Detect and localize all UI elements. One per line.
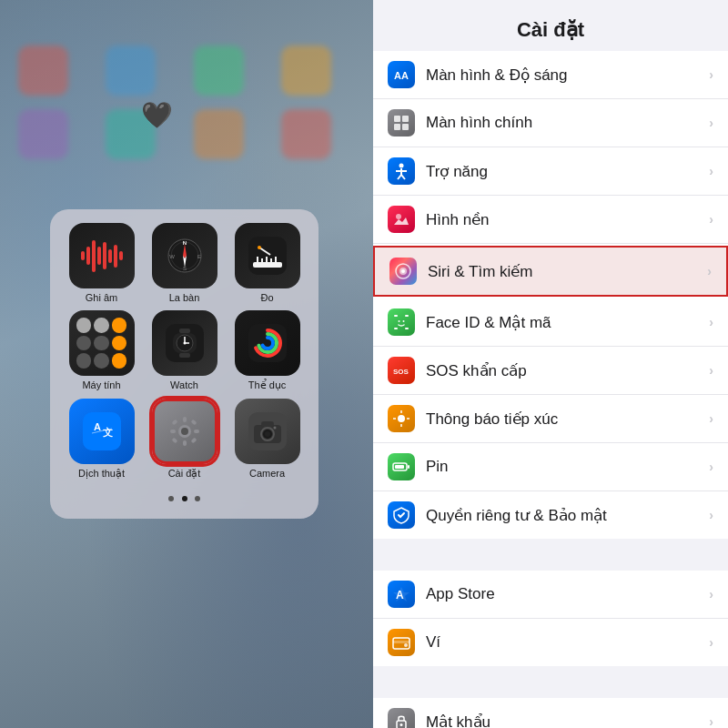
- folder-grid: Ghi âm N S W E La bàn: [64, 223, 305, 480]
- camera-label: Camera: [249, 468, 285, 479]
- passwords-label: Mật khẩu: [426, 713, 709, 729]
- passwords-icon: [388, 708, 415, 728]
- folder-dots: [64, 489, 305, 505]
- exposure-chevron: ›: [709, 411, 713, 426]
- translate-label: Dịch thuật: [78, 468, 125, 480]
- svg-rect-18: [179, 329, 190, 333]
- svg-text:AA: AA: [394, 70, 409, 81]
- dot-3: [195, 496, 200, 501]
- battery-icon: [388, 453, 415, 480]
- svg-point-84: [400, 723, 403, 726]
- left-panel: 🖤 Ghi âm: [0, 0, 373, 728]
- svg-point-82: [404, 643, 408, 647]
- svg-point-49: [273, 427, 276, 430]
- settings-row-battery[interactable]: Pin ›: [373, 443, 728, 491]
- settings-section-2: A App Store › Ví ›: [373, 571, 728, 666]
- wallpaper-label: Hình nền: [426, 210, 709, 229]
- compass-icon: N S W E: [152, 223, 217, 288]
- home-icon: [388, 109, 415, 136]
- folder-app-fitness[interactable]: Thể dục: [229, 310, 305, 391]
- settings-row-faceid[interactable]: Face ID & Mật mã ›: [373, 298, 728, 347]
- folder-app-measure[interactable]: Đo: [229, 223, 305, 303]
- svg-point-68: [399, 320, 400, 322]
- wallpaper-chevron: ›: [709, 212, 713, 227]
- wallet-chevron: ›: [709, 635, 713, 650]
- appstore-icon: A: [388, 581, 415, 608]
- sos-icon: SOS: [388, 357, 415, 384]
- privacy-label: Quyền riêng tư & Bảo mật: [426, 506, 709, 525]
- heart-emoji: 🖤: [141, 100, 173, 130]
- folder-app-calculator[interactable]: Máy tính: [64, 310, 139, 391]
- watch-label: Watch: [170, 379, 198, 390]
- settings-section-1: AA Màn hình & Độ sáng › Màn hình chính ›: [373, 51, 728, 539]
- settings-row-passwords[interactable]: Mật khẩu ›: [373, 698, 728, 728]
- svg-text:SOS: SOS: [393, 368, 410, 376]
- svg-point-34: [181, 428, 188, 435]
- svg-rect-37: [170, 430, 176, 433]
- settings-row-wallet[interactable]: Ví ›: [373, 619, 728, 666]
- fitness-icon: [235, 310, 300, 376]
- svg-point-71: [398, 415, 405, 422]
- svg-rect-41: [171, 437, 177, 443]
- settings-row-display[interactable]: AA Màn hình & Độ sáng ›: [373, 51, 728, 99]
- settings-row-wallpaper[interactable]: Hình nền ›: [373, 196, 728, 244]
- svg-point-60: [396, 214, 401, 219]
- faceid-chevron: ›: [709, 315, 713, 329]
- settings-header: Cài đặt: [373, 0, 728, 51]
- appstore-chevron: ›: [709, 587, 713, 602]
- measure-icon: [235, 223, 300, 288]
- camera-icon: [235, 399, 300, 464]
- accessibility-icon: [388, 157, 415, 185]
- folder-app-watch[interactable]: Watch: [147, 310, 222, 391]
- svg-point-48: [265, 431, 270, 437]
- svg-text:E: E: [197, 254, 200, 259]
- settings-row-privacy[interactable]: Quyền riêng tư & Bảo mật ›: [373, 491, 728, 539]
- folder-app-compass[interactable]: N S W E La bàn: [147, 223, 222, 303]
- sos-chevron: ›: [709, 363, 713, 378]
- svg-rect-65: [405, 315, 409, 317]
- folder-app-voice-memo[interactable]: Ghi âm: [64, 223, 139, 303]
- passwords-chevron: ›: [709, 714, 713, 728]
- wallpaper-icon: [388, 206, 415, 233]
- siri-chevron: ›: [707, 264, 712, 278]
- settings-row-exposure[interactable]: Thông báo tiếp xúc ›: [373, 395, 728, 443]
- svg-rect-9: [253, 262, 282, 268]
- faceid-label: Face ID & Mật mã: [426, 313, 709, 332]
- svg-rect-35: [183, 417, 187, 422]
- folder-app-settings[interactable]: Cài đặt: [147, 399, 222, 480]
- svg-point-69: [403, 320, 405, 322]
- settings-title: Cài đặt: [388, 18, 713, 42]
- folder-app-translate[interactable]: A 文 Dịch thuật: [64, 399, 139, 480]
- settings-list: AA Màn hình & Độ sáng › Màn hình chính ›: [373, 51, 728, 728]
- app-folder: Ghi âm N S W E La bàn: [50, 209, 318, 519]
- display-icon: AA: [388, 61, 415, 88]
- accessibility-chevron: ›: [709, 164, 713, 178]
- battery-label: Pin: [426, 458, 709, 476]
- exposure-icon: [388, 405, 415, 432]
- accessibility-label: Trợ năng: [426, 162, 709, 181]
- settings-row-home[interactable]: Màn hình chính ›: [373, 99, 728, 147]
- settings-row-appstore[interactable]: A App Store ›: [373, 571, 728, 619]
- privacy-chevron: ›: [709, 508, 713, 522]
- svg-rect-53: [394, 124, 400, 130]
- svg-rect-39: [171, 419, 177, 425]
- settings-row-siri[interactable]: Siri & Tìm kiếm ›: [373, 246, 728, 297]
- svg-text:W: W: [169, 254, 175, 259]
- display-label: Màn hình & Độ sáng: [426, 66, 709, 85]
- section-gap-2: [373, 666, 728, 698]
- svg-rect-40: [190, 419, 197, 425]
- svg-rect-12: [266, 257, 268, 262]
- svg-rect-77: [408, 465, 410, 469]
- section-gap-1: [373, 539, 728, 571]
- svg-rect-67: [405, 328, 409, 329]
- compass-label: La bàn: [169, 292, 200, 303]
- settings-row-accessibility[interactable]: Trợ năng ›: [373, 147, 728, 196]
- settings-label: Cài đặt: [168, 468, 201, 480]
- settings-row-sos[interactable]: SOS SOS khẩn cấp ›: [373, 347, 728, 395]
- svg-rect-42: [190, 437, 197, 443]
- voice-memo-label: Ghi âm: [86, 292, 117, 303]
- faceid-icon: [388, 308, 415, 336]
- svg-rect-78: [395, 465, 404, 469]
- folder-app-camera[interactable]: Camera: [229, 399, 305, 480]
- svg-rect-19: [179, 353, 190, 358]
